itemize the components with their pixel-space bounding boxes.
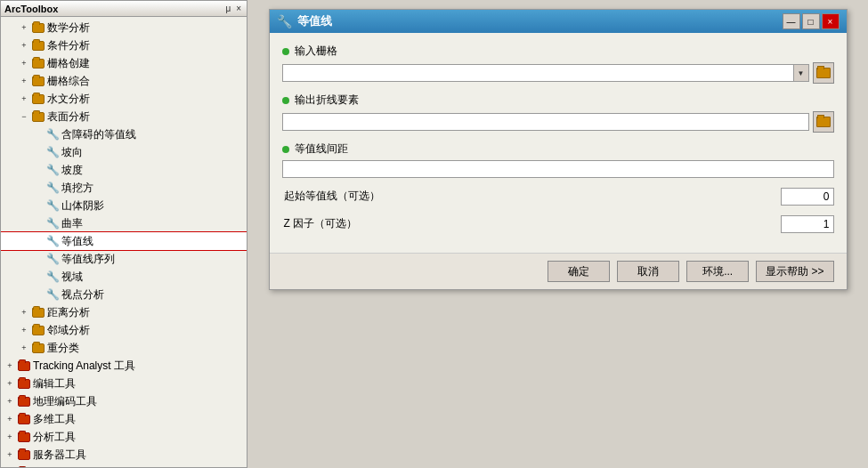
env-button[interactable]: 环境... bbox=[686, 261, 749, 282]
label-contour-list: 等值线序列 bbox=[61, 251, 115, 267]
tool-icon-curvature: 🔧 bbox=[45, 216, 60, 230]
z-factor-field[interactable] bbox=[781, 215, 834, 233]
tree-item-slope[interactable]: 🔧 坡度 bbox=[1, 161, 247, 179]
base-contour-field[interactable] bbox=[781, 188, 834, 206]
input-row-interval bbox=[282, 160, 834, 178]
browse-raster-btn[interactable] bbox=[813, 62, 834, 84]
tree-item-raster-create[interactable]: + 栅格创建 bbox=[1, 54, 247, 72]
tree-item-tracking[interactable]: + Tracking Analyst 工具 bbox=[1, 357, 247, 375]
tree-item-neighbor[interactable]: + 邻域分析 bbox=[1, 321, 247, 339]
confirm-button[interactable]: 确定 bbox=[548, 261, 610, 282]
dialog-title-icon: 🔧 bbox=[277, 14, 292, 28]
tree-item-viewpoint[interactable]: 🔧 视点分析 bbox=[1, 286, 247, 303]
expand-icon-math: + bbox=[17, 20, 31, 35]
folder-icon-analysis bbox=[17, 430, 31, 444]
expand-icon-tracking: + bbox=[3, 359, 17, 373]
row-z-factor: Z 因子（可选） bbox=[282, 214, 834, 233]
tree-item-spatial-stats[interactable]: + 空间统计工具 bbox=[1, 464, 247, 467]
tool-icon-cut-fill: 🔧 bbox=[45, 181, 60, 195]
tree-item-multi-dim[interactable]: + 多维工具 bbox=[1, 410, 247, 428]
expand-icon-multi-dim: + bbox=[3, 412, 17, 426]
dropdown-wrapper-raster: ▼ bbox=[282, 64, 809, 82]
label-spatial-stats: 空间统计工具 bbox=[33, 464, 97, 467]
contour-interval-field[interactable] bbox=[282, 160, 834, 178]
label-edit: 编辑工具 bbox=[33, 375, 76, 391]
section-z-factor: Z 因子（可选） bbox=[282, 214, 834, 233]
panel-close-btn[interactable]: × bbox=[234, 4, 243, 13]
arctoolbox-panel: ArcToolbox μ × + 数学分析 + 条件分析 + 栅格创建 + 栅格 bbox=[0, 0, 247, 468]
tree-item-aspect[interactable]: 🔧 坡向 bbox=[1, 143, 247, 161]
tree-item-math[interactable]: + 数学分析 bbox=[1, 19, 247, 36]
tree-item-cond[interactable]: + 条件分析 bbox=[1, 36, 247, 54]
input-row-output bbox=[282, 111, 834, 133]
tree-item-reclass[interactable]: + 重分类 bbox=[1, 339, 247, 357]
tree-item-hydro[interactable]: + 水文分析 bbox=[1, 90, 247, 108]
label-slope: 坡度 bbox=[61, 162, 83, 178]
label-viewpoint: 视点分析 bbox=[61, 286, 104, 303]
dialog-titlebar: 🔧 等值线 — □ × bbox=[270, 10, 847, 33]
dialog-title-controls: — □ × bbox=[783, 13, 840, 29]
tree-item-edit[interactable]: + 编辑工具 bbox=[1, 375, 247, 392]
label-base-contour: 起始等值线（可选） bbox=[282, 187, 781, 206]
spacer-aspect bbox=[31, 145, 45, 159]
expand-icon-raster-general: + bbox=[17, 74, 31, 88]
tree-item-contour-list[interactable]: 🔧 等值线序列 bbox=[1, 250, 247, 268]
dialog-close-btn[interactable]: × bbox=[822, 13, 840, 29]
tool-icon-contour: 🔧 bbox=[45, 234, 60, 248]
tree-item-distance[interactable]: + 距离分析 bbox=[1, 303, 247, 321]
dialog-contour: 🔧 等值线 — □ × 输入栅格 ▼ bbox=[269, 9, 848, 290]
tree-item-analysis[interactable]: + 分析工具 bbox=[1, 428, 247, 446]
spacer-contour-smooth bbox=[31, 127, 45, 141]
expand-icon-analysis: + bbox=[3, 430, 17, 444]
tree-item-cut-fill[interactable]: 🔧 填挖方 bbox=[1, 179, 247, 197]
dialog-restore-btn[interactable]: □ bbox=[802, 13, 820, 29]
help-button[interactable]: 显示帮助 >> bbox=[756, 261, 833, 282]
tool-icon-aspect: 🔧 bbox=[45, 145, 60, 159]
tree-container[interactable]: + 数学分析 + 条件分析 + 栅格创建 + 栅格综合 + 水文分析 bbox=[1, 17, 247, 467]
dialog-title-text: 等值线 bbox=[297, 13, 332, 29]
dialog-minimize-btn[interactable]: — bbox=[783, 13, 800, 29]
input-row-raster: ▼ bbox=[282, 62, 834, 84]
browse-raster-icon bbox=[816, 68, 831, 78]
folder-icon-edit bbox=[17, 376, 31, 391]
section-input-raster: 输入栅格 ▼ bbox=[282, 44, 834, 84]
label-neighbor: 邻域分析 bbox=[47, 322, 90, 338]
tree-item-hillshade[interactable]: 🔧 山体阴影 bbox=[1, 197, 247, 214]
tree-item-contour[interactable]: 🔧 等值线 bbox=[1, 232, 247, 250]
dropdown-arrow-raster[interactable]: ▼ bbox=[793, 64, 809, 82]
panel-float-btn[interactable]: μ bbox=[223, 4, 232, 13]
folder-icon-raster-create bbox=[31, 56, 45, 70]
dialog-title-left: 🔧 等值线 bbox=[277, 13, 332, 29]
required-dot-output bbox=[282, 97, 289, 104]
cancel-button[interactable]: 取消 bbox=[617, 261, 679, 282]
spacer-slope bbox=[31, 163, 45, 177]
browse-output-icon bbox=[816, 117, 831, 127]
label-raster-general: 栅格综合 bbox=[47, 73, 90, 89]
label-z-factor: Z 因子（可选） bbox=[282, 214, 781, 233]
tree-item-surface[interactable]: − 表面分析 bbox=[1, 108, 247, 125]
tool-icon-contour-smooth: 🔧 bbox=[45, 127, 60, 141]
tree-item-geo-encode[interactable]: + 地理编码工具 bbox=[1, 392, 247, 410]
spacer-viewshed bbox=[31, 270, 45, 284]
tree-item-server[interactable]: + 服务器工具 bbox=[1, 446, 247, 464]
folder-icon-raster-general bbox=[31, 74, 45, 88]
spacer-contour bbox=[31, 234, 45, 248]
label-hillshade: 山体阴影 bbox=[61, 198, 104, 214]
folder-icon-distance bbox=[31, 305, 45, 319]
folder-icon-geo-encode bbox=[17, 394, 31, 408]
label-hydro: 水文分析 bbox=[47, 91, 90, 107]
expand-icon-reclass: + bbox=[17, 341, 31, 355]
tree-item-contour-smooth[interactable]: 🔧 含障碍的等值线 bbox=[1, 125, 247, 143]
output-polylines-field[interactable] bbox=[282, 113, 809, 131]
tree-item-raster-general[interactable]: + 栅格综合 bbox=[1, 72, 247, 90]
section-output-polylines: 输出折线要素 bbox=[282, 93, 834, 133]
expand-icon-spatial-stats: + bbox=[3, 465, 17, 467]
tree-item-viewshed[interactable]: 🔧 视域 bbox=[1, 268, 247, 286]
spacer-viewpoint bbox=[31, 287, 45, 302]
label-tracking: Tracking Analyst 工具 bbox=[33, 358, 135, 374]
section-contour-interval: 等值线间距 bbox=[282, 141, 834, 178]
tree-item-curvature[interactable]: 🔧 曲率 bbox=[1, 214, 247, 232]
browse-output-btn[interactable] bbox=[813, 111, 834, 133]
input-raster-field[interactable] bbox=[282, 64, 793, 82]
label-surface: 表面分析 bbox=[47, 109, 90, 125]
